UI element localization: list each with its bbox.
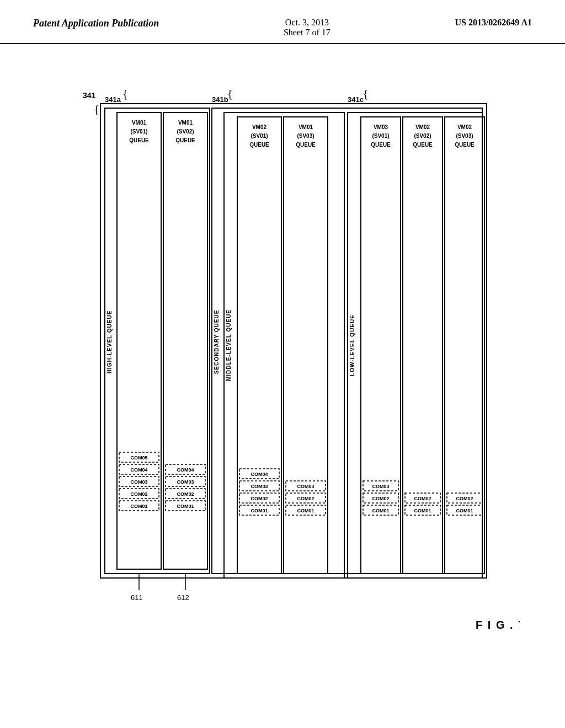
ml-col2-queue: QUEUE [296,142,316,148]
ml-col2-com1: COM01 [297,508,314,513]
ml-col2-com3: COM03 [297,484,314,489]
ml-col1-com1: COM01 [250,508,268,513]
ll-col1-sv: (SV01) [372,133,389,139]
page-header: Patent Application Publication Oct. 3, 2… [0,0,565,44]
ll-col3-sv: (SV03) [456,133,473,139]
ml-col1-sv: (SV01) [250,133,268,139]
ref-611: 611 [131,593,143,602]
brace-341a: { [122,88,128,100]
fig-label: F I G . 7 [476,619,520,631]
outer-box [100,104,487,578]
ll-col1-com2: COM02 [372,496,389,501]
hl-col1-vm: VM01 [132,120,147,126]
patent-number: US 2013/0262649 A1 [455,18,532,28]
ll-col1-com1: COM01 [372,508,389,513]
diagram-svg: 341 { HIGH-LEVEL QUEUE 341a { VM01 (SV01… [45,66,520,695]
date-label: Oct. 3, 2013 [284,18,331,28]
ll-col2-queue: QUEUE [413,142,433,148]
ll-col2-com2: COM02 [414,496,431,501]
hl-col1-com1: COM01 [130,504,147,509]
hl-col2-sv: (SV02) [177,129,194,135]
ref-612: 612 [177,593,189,602]
ll-col2-com1: COM01 [414,508,431,513]
ll-col3-vm: VM02 [457,124,472,130]
ml-col2-vm: VM01 [299,124,313,130]
brace-341b: { [227,88,233,100]
ml-col1-vm: VM02 [252,124,267,130]
hl-col1-queue: QUEUE [129,137,149,143]
sheet-label: Sheet 7 of 17 [284,28,331,38]
main-content: 341 { HIGH-LEVEL QUEUE 341a { VM01 (SV01… [0,44,565,706]
label-341b: 341b [212,95,228,104]
brace-341c: { [363,88,369,100]
hl-col2-com4: COM04 [177,467,194,473]
header-center: Oct. 3, 2013 Sheet 7 of 17 [284,18,331,38]
middle-level-label: MIDDLE-LEVEL QUEUE [226,309,232,381]
page: Patent Application Publication Oct. 3, 2… [0,0,565,706]
ll-col1-queue: QUEUE [371,142,391,148]
hl-col1-com3: COM03 [130,479,147,485]
ml-col1-com4: COM04 [250,472,268,477]
hl-col1-com5: COM05 [130,455,147,461]
ll-col2-sv: (SV02) [414,133,431,139]
ll-col2-vm: VM02 [415,124,430,130]
high-level-label: HIGH-LEVEL QUEUE [106,311,113,374]
ml-col1-queue: QUEUE [249,142,269,148]
ll-col3-com2: COM02 [456,496,473,501]
ll-col3-com1: COM01 [456,508,473,513]
brace-341: { [94,102,100,116]
ml-col2-com2: COM02 [297,496,314,501]
label-341: 341 [83,91,96,100]
label-341c: 341c [348,95,364,104]
hl-col1-com2: COM02 [130,491,147,497]
hl-col2-com1: COM01 [177,504,194,509]
label-341a: 341a [105,95,121,104]
ll-col1-vm: VM03 [374,124,388,130]
hl-col1-com4: COM04 [130,467,147,473]
ml-col1-com2: COM02 [250,496,268,501]
hl-col2-com3: COM03 [177,479,194,485]
ml-col2-sv: (SV03) [297,133,314,139]
low-level-label: LOW-LEVEL QUEUE [349,314,355,376]
ml-col1-com3: COM03 [250,484,268,489]
ll-col3-queue: QUEUE [455,142,475,148]
hl-col2-vm: VM01 [178,120,193,126]
publication-label: Patent Application Publication [33,18,159,29]
hl-col2-com2: COM02 [177,491,194,497]
diagram-wrapper: 341 { HIGH-LEVEL QUEUE 341a { VM01 (SV01… [45,66,520,695]
hl-col1-sv: (SV01) [130,129,147,135]
hl-col2-queue: QUEUE [175,137,195,143]
ll-col1-com3: COM03 [372,484,389,489]
secondary-label: SECONDARY QUEUE [214,310,220,374]
